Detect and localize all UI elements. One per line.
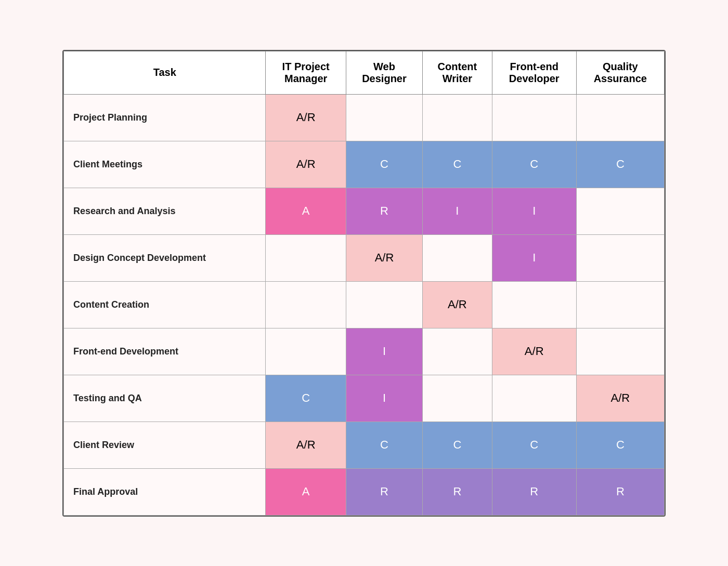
cell-r6-c3	[492, 375, 576, 422]
cell-value-r7-c1: C	[346, 422, 422, 468]
cell-value-r6-c3	[492, 375, 576, 422]
cell-value-r3-c2	[423, 235, 492, 281]
cell-value-r4-c1	[346, 282, 422, 328]
cell-r4-c3	[492, 281, 576, 328]
cell-r6-c0: C	[266, 375, 346, 422]
task-label: Testing and QA	[64, 375, 266, 422]
cell-r0-c0: A/R	[266, 94, 346, 141]
cell-value-r1-c4: C	[577, 141, 664, 188]
cell-r0-c2	[423, 94, 492, 141]
cell-r7-c2: C	[423, 422, 492, 468]
cell-r3-c2	[423, 234, 492, 281]
table-row: Research and AnalysisARII	[64, 188, 665, 234]
cell-r2-c4	[576, 188, 664, 234]
cell-r3-c0	[266, 234, 346, 281]
cell-value-r2-c2: I	[423, 188, 492, 234]
cell-value-r6-c4: A/R	[577, 375, 664, 422]
cell-value-r5-c3: A/R	[492, 328, 576, 375]
cell-value-r0-c0: A/R	[266, 95, 345, 141]
table-row: Front-end DevelopmentIA/R	[64, 328, 665, 375]
cell-value-r2-c3: I	[492, 188, 576, 234]
cell-value-r3-c0	[266, 235, 345, 281]
table-row: Final ApprovalARRRR	[64, 468, 665, 515]
cell-r1-c2: C	[423, 141, 492, 188]
cell-value-r7-c4: C	[577, 422, 664, 468]
cell-value-r0-c2	[423, 95, 492, 141]
cell-r4-c0	[266, 281, 346, 328]
cell-r7-c3: C	[492, 422, 576, 468]
cell-r1-c3: C	[492, 141, 576, 188]
cell-r2-c1: R	[346, 188, 422, 234]
cell-r1-c0: A/R	[266, 141, 346, 188]
col-qa-header: QualityAssurance	[576, 51, 664, 94]
cell-r5-c2	[423, 328, 492, 375]
cell-r7-c4: C	[576, 422, 664, 468]
cell-r3-c4	[576, 234, 664, 281]
task-label: Final Approval	[64, 468, 266, 515]
cell-value-r6-c1: I	[346, 375, 422, 422]
cell-value-r7-c2: C	[423, 422, 492, 468]
cell-value-r4-c2: A/R	[423, 282, 492, 328]
task-label: Content Creation	[64, 281, 266, 328]
col-content-writer-header: ContentWriter	[423, 51, 492, 94]
cell-r0-c1	[346, 94, 422, 141]
cell-r5-c4	[576, 328, 664, 375]
cell-value-r5-c0	[266, 328, 345, 375]
table-row: Client ReviewA/RCCCC	[64, 422, 665, 468]
cell-value-r0-c3	[492, 95, 576, 141]
cell-r3-c3: I	[492, 234, 576, 281]
cell-r4-c4	[576, 281, 664, 328]
table-row: Testing and QACIA/R	[64, 375, 665, 422]
cell-value-r5-c1: I	[346, 328, 422, 375]
cell-r6-c1: I	[346, 375, 422, 422]
cell-r0-c4	[576, 94, 664, 141]
cell-r8-c4: R	[576, 468, 664, 515]
cell-r4-c2: A/R	[423, 281, 492, 328]
col-frontend-dev-header: Front-endDeveloper	[492, 51, 576, 94]
cell-r8-c0: A	[266, 468, 346, 515]
cell-r5-c3: A/R	[492, 328, 576, 375]
cell-value-r1-c0: A/R	[266, 141, 345, 188]
raci-table-wrapper: Task IT ProjectManager WebDesigner Conte…	[62, 50, 666, 517]
cell-r7-c0: A/R	[266, 422, 346, 468]
cell-r1-c4: C	[576, 141, 664, 188]
cell-r5-c0	[266, 328, 346, 375]
col-web-designer-header: WebDesigner	[346, 51, 422, 94]
cell-value-r8-c0: A	[266, 469, 345, 515]
table-row: Project PlanningA/R	[64, 94, 665, 141]
cell-value-r7-c0: A/R	[266, 422, 345, 468]
cell-r4-c1	[346, 281, 422, 328]
cell-value-r6-c2	[423, 375, 492, 422]
cell-value-r8-c4: R	[577, 469, 664, 515]
cell-r5-c1: I	[346, 328, 422, 375]
header-row: Task IT ProjectManager WebDesigner Conte…	[64, 51, 665, 94]
table-body: Project PlanningA/RClient MeetingsA/RCCC…	[64, 94, 665, 515]
cell-value-r0-c4	[577, 95, 664, 141]
cell-r2-c2: I	[423, 188, 492, 234]
cell-value-r2-c1: R	[346, 188, 422, 234]
cell-r2-c0: A	[266, 188, 346, 234]
cell-value-r3-c1: A/R	[346, 235, 422, 281]
task-label: Design Concept Development	[64, 234, 266, 281]
cell-r3-c1: A/R	[346, 234, 422, 281]
cell-value-r3-c4	[577, 235, 664, 281]
table-row: Content CreationA/R	[64, 281, 665, 328]
cell-value-r5-c2	[423, 328, 492, 375]
cell-value-r2-c4	[577, 188, 664, 234]
cell-value-r4-c0	[266, 282, 345, 328]
cell-value-r2-c0: A	[266, 188, 345, 234]
task-label: Client Meetings	[64, 141, 266, 188]
cell-r6-c2	[423, 375, 492, 422]
cell-value-r4-c3	[492, 282, 576, 328]
task-label: Research and Analysis	[64, 188, 266, 234]
raci-table: Task IT ProjectManager WebDesigner Conte…	[63, 51, 665, 516]
task-label: Front-end Development	[64, 328, 266, 375]
table-row: Client MeetingsA/RCCCC	[64, 141, 665, 188]
cell-r1-c1: C	[346, 141, 422, 188]
task-label: Client Review	[64, 422, 266, 468]
cell-value-r8-c1: R	[346, 469, 422, 515]
col-task-header: Task	[64, 51, 266, 94]
cell-value-r6-c0: C	[266, 375, 345, 422]
col-it-manager-header: IT ProjectManager	[266, 51, 346, 94]
cell-value-r8-c2: R	[423, 469, 492, 515]
